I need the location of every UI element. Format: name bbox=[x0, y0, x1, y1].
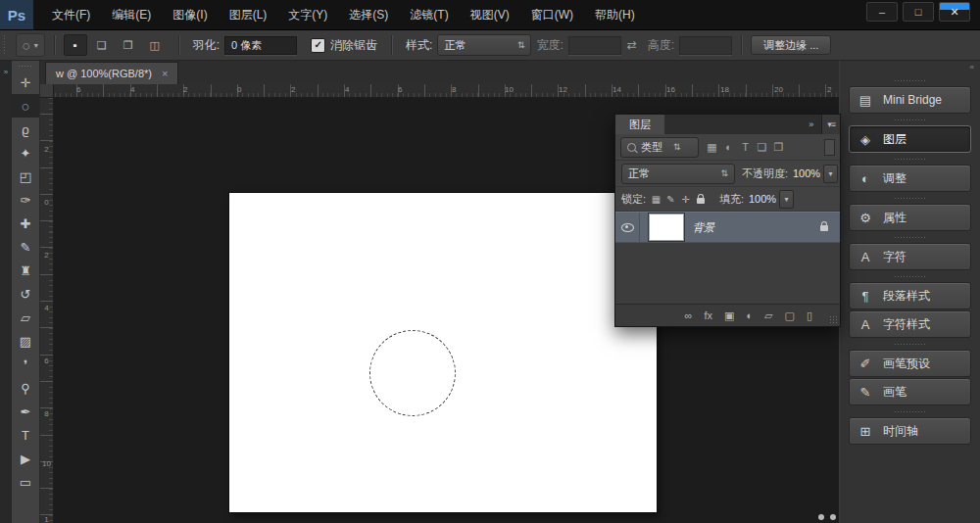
ruler-label: 10 bbox=[505, 85, 514, 94]
style-label: 样式: bbox=[406, 37, 432, 54]
blend-mode-row: 正常 ⇅ 不透明度: 100% ▾ bbox=[615, 161, 840, 186]
feather-input[interactable]: 0 像素 bbox=[224, 36, 297, 55]
document-tab[interactable]: w @ 100%(RGB/8*) × bbox=[45, 62, 178, 84]
menu-select[interactable]: 选择(S) bbox=[338, 0, 399, 29]
tool-gradient[interactable]: ▨ bbox=[12, 329, 39, 353]
tool-spot-healing[interactable]: ✚ bbox=[12, 212, 39, 235]
spinner-icon: ⇅ bbox=[517, 40, 525, 50]
panel-button-adjustments[interactable]: ◐ 调整 bbox=[849, 165, 971, 192]
double-arrow-icon[interactable]: » bbox=[801, 119, 821, 129]
tool-eyedropper[interactable]: ✑ bbox=[12, 188, 39, 212]
style-select[interactable]: 正常 ⇅ bbox=[437, 34, 531, 56]
tool-quick-selection[interactable]: ✦ bbox=[12, 141, 39, 165]
link-layers-icon[interactable]: ∞ bbox=[685, 310, 693, 321]
layer-effects-icon[interactable]: fx bbox=[704, 310, 712, 321]
tool-history-brush[interactable]: ↺ bbox=[12, 282, 39, 306]
layers-panel-tab[interactable]: 图层 bbox=[615, 115, 664, 134]
panel-button-timeline[interactable]: ⊞ 时间轴 bbox=[849, 417, 971, 445]
layer-mask-icon[interactable]: ▣ bbox=[724, 310, 734, 321]
tool-dodge[interactable]: ⚲ bbox=[12, 376, 39, 400]
antialias-checkbox[interactable]: ✓ bbox=[311, 38, 325, 53]
opacity-label: 不透明度: bbox=[742, 166, 788, 181]
panel-resize-grip[interactable] bbox=[829, 315, 839, 325]
tool-elliptical-marquee[interactable]: ◌ bbox=[12, 94, 39, 118]
tool-shape[interactable]: ▭ bbox=[12, 470, 39, 494]
panel-button-label: 属性 bbox=[883, 210, 906, 226]
document-canvas[interactable] bbox=[229, 193, 657, 512]
minimize-button[interactable]: – bbox=[866, 2, 898, 22]
lock-all-icon[interactable] bbox=[693, 194, 708, 204]
swap-dimensions-icon[interactable]: ⇄ bbox=[627, 38, 637, 52]
maximize-button[interactable]: □ bbox=[903, 2, 934, 22]
tool-move[interactable]: ✛ bbox=[12, 71, 39, 94]
tool-crop[interactable]: ◰ bbox=[12, 165, 39, 188]
menu-window[interactable]: 窗口(W) bbox=[520, 0, 584, 29]
tool-eraser[interactable]: ▱ bbox=[12, 306, 39, 329]
dock-expand-icon[interactable]: « bbox=[970, 63, 974, 74]
filter-type-layers-icon[interactable]: T bbox=[737, 138, 754, 157]
refine-edge-button[interactable]: 调整边缘 ... bbox=[751, 35, 831, 55]
blend-mode-select[interactable]: 正常 ⇅ bbox=[621, 164, 735, 184]
tool-lasso[interactable]: ϱ bbox=[12, 118, 39, 141]
filter-adjustment-layers-icon[interactable]: ◐ bbox=[720, 138, 737, 157]
panel-grip[interactable] bbox=[18, 65, 33, 68]
chevron-down-icon[interactable]: ▾ bbox=[779, 190, 794, 209]
style-value: 正常 bbox=[444, 38, 466, 53]
double-arrow-icon[interactable]: » bbox=[4, 68, 8, 76]
panel-button-brush[interactable]: ✎ 画笔 bbox=[849, 378, 971, 405]
menu-edit[interactable]: 编辑(E) bbox=[101, 0, 162, 29]
filter-kind-select[interactable]: 类型 ⇅ bbox=[620, 137, 699, 158]
panel-button-label: Mini Bridge bbox=[883, 93, 942, 107]
close-button[interactable]: ✕ bbox=[939, 2, 970, 22]
menu-filter[interactable]: 滤镜(T) bbox=[399, 0, 459, 29]
menu-type[interactable]: 文字(Y) bbox=[277, 0, 338, 29]
filter-shape-layers-icon[interactable]: ❏ bbox=[754, 138, 770, 157]
menu-layer[interactable]: 图层(L) bbox=[219, 0, 278, 29]
lock-transparent-pixels-icon[interactable]: ▦ bbox=[649, 194, 663, 205]
new-selection-button[interactable]: ▪ bbox=[64, 34, 87, 56]
panel-button-character[interactable]: A 字符 bbox=[849, 243, 971, 270]
tool-pen[interactable]: ✒ bbox=[12, 400, 39, 423]
tool-type[interactable]: T bbox=[12, 423, 39, 447]
tab-close-icon[interactable]: × bbox=[162, 68, 168, 79]
fill-value[interactable]: 100% bbox=[747, 193, 776, 205]
filter-pixel-layers-icon[interactable]: ▦ bbox=[704, 138, 720, 157]
menu-view[interactable]: 视图(V) bbox=[460, 0, 520, 29]
tool-path-selection[interactable]: ▶ bbox=[12, 447, 39, 470]
chevron-down-icon[interactable]: ▾ bbox=[823, 165, 838, 183]
add-to-selection-button[interactable]: ❏ bbox=[90, 34, 114, 56]
new-layer-icon[interactable]: ▢ bbox=[785, 310, 795, 321]
visibility-toggle[interactable] bbox=[615, 213, 640, 242]
panel-button-brush-presets[interactable]: ✐ 画笔预设 bbox=[849, 350, 971, 377]
new-group-icon[interactable]: ▱ bbox=[764, 310, 772, 321]
tool-brush[interactable]: ✎ bbox=[12, 235, 39, 259]
opacity-value[interactable]: 100% bbox=[791, 167, 820, 179]
spinner-icon: ⇅ bbox=[720, 168, 728, 178]
filter-kind-value: 类型 bbox=[641, 140, 662, 155]
lock-image-pixels-icon[interactable]: ✎ bbox=[663, 194, 678, 205]
filter-smart-objects-icon[interactable]: ❐ bbox=[770, 138, 787, 157]
panel-button-mini-bridge[interactable]: ▤ Mini Bridge bbox=[849, 86, 971, 114]
tool-clone-stamp[interactable]: ♜ bbox=[12, 259, 39, 282]
filter-toggle-icon[interactable] bbox=[824, 139, 835, 156]
panel-menu-icon[interactable]: ▾≡ bbox=[821, 115, 840, 134]
subtract-from-selection-button[interactable]: ❐ bbox=[117, 34, 140, 56]
panel-button-properties[interactable]: ⚙ 属性 bbox=[849, 204, 971, 231]
layer-row-background[interactable]: 背景 bbox=[615, 212, 840, 243]
delete-layer-icon[interactable]: ▯ bbox=[807, 310, 812, 321]
layer-thumbnail[interactable] bbox=[649, 214, 684, 241]
adjustment-layer-icon[interactable]: ◐ bbox=[746, 310, 753, 321]
menu-file[interactable]: 文件(F) bbox=[41, 0, 101, 29]
elliptical-selection-marching-ants[interactable] bbox=[369, 330, 456, 416]
panel-button-character-styles[interactable]: A 字符样式 bbox=[849, 310, 971, 338]
intersect-selection-button[interactable]: ◫ bbox=[143, 34, 167, 56]
menu-image[interactable]: 图像(I) bbox=[162, 0, 218, 29]
ruler-corner[interactable] bbox=[40, 84, 54, 97]
lock-position-icon[interactable]: ✛ bbox=[678, 194, 693, 205]
panel-button-layers[interactable]: ◈ 图层 bbox=[849, 125, 971, 153]
panel-button-paragraph-styles[interactable]: ¶ 段落样式 bbox=[849, 282, 971, 309]
menu-help[interactable]: 帮助(H) bbox=[584, 0, 646, 29]
layer-name[interactable]: 背景 bbox=[693, 220, 820, 235]
tool-blur[interactable]: ❜ bbox=[12, 353, 39, 376]
tool-preset-picker[interactable]: ◌ ▾ bbox=[16, 33, 45, 57]
